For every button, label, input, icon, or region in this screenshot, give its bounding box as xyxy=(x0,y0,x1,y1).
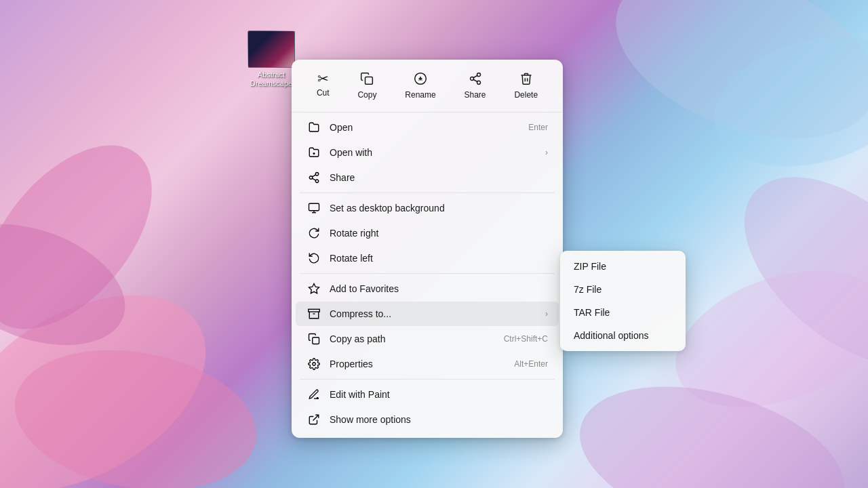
svg-rect-27 xyxy=(309,309,320,312)
svg-text:A: A xyxy=(418,75,422,82)
delete-button[interactable]: Delete xyxy=(506,68,546,104)
context-menu: ✂ Cut Copy A Rename xyxy=(292,60,563,438)
menu-item-add-favorites[interactable]: Add to Favorites xyxy=(296,277,559,301)
menu-item-rotate-left[interactable]: Rotate left xyxy=(296,246,559,270)
submenu-item-additional[interactable]: Additional options xyxy=(564,324,682,347)
rotate-left-icon xyxy=(307,251,321,266)
open-with-icon xyxy=(307,145,321,160)
menu-item-edit-paint[interactable]: Edit with Paint xyxy=(296,382,559,407)
share-button[interactable]: Share xyxy=(456,68,494,104)
icon-thumbnail xyxy=(248,30,295,68)
svg-line-15 xyxy=(473,79,477,81)
share-menu-icon xyxy=(307,170,321,185)
svg-point-12 xyxy=(477,73,480,77)
properties-icon xyxy=(307,357,321,371)
copy-icon xyxy=(360,72,374,87)
menu-item-show-more[interactable]: Show more options xyxy=(296,407,559,432)
open-with-label: Open with xyxy=(330,147,540,158)
properties-label: Properties xyxy=(330,359,514,369)
add-favorites-label: Add to Favorites xyxy=(330,283,548,294)
rotate-right-icon xyxy=(307,226,321,241)
svg-rect-29 xyxy=(313,338,319,344)
menu-item-set-desktop[interactable]: Set as desktop background xyxy=(296,196,559,220)
desktop-icon[interactable]: Abstract Dreamscape xyxy=(244,30,298,88)
show-more-icon xyxy=(307,412,321,427)
star-icon xyxy=(307,281,321,296)
copy-button[interactable]: Copy xyxy=(349,68,384,104)
svg-point-13 xyxy=(470,77,473,81)
share-icon xyxy=(469,72,482,87)
svg-line-21 xyxy=(312,178,315,180)
svg-point-31 xyxy=(317,397,319,399)
menu-item-share[interactable]: Share xyxy=(296,165,559,190)
show-more-label: Show more options xyxy=(330,414,548,425)
svg-point-14 xyxy=(477,81,480,84)
rename-icon: A xyxy=(414,72,427,87)
svg-rect-23 xyxy=(309,203,319,211)
share-label: Share xyxy=(330,172,548,183)
properties-shortcut: Alt+Enter xyxy=(514,359,548,369)
divider-3 xyxy=(300,379,555,380)
rotate-left-label: Rotate left xyxy=(330,253,548,264)
menu-item-compress[interactable]: Compress to... › xyxy=(296,302,559,326)
menu-item-open[interactable]: Open Enter xyxy=(296,115,559,140)
paint-icon xyxy=(307,387,321,402)
cut-button[interactable]: ✂ Cut xyxy=(309,68,338,104)
svg-point-20 xyxy=(315,180,319,183)
svg-rect-9 xyxy=(366,77,373,85)
svg-line-32 xyxy=(313,415,319,420)
svg-point-18 xyxy=(315,173,319,176)
compress-submenu: ZIP File 7z File TAR File Additional opt… xyxy=(560,251,686,351)
submenu-item-7z[interactable]: 7z File xyxy=(564,278,682,301)
copy-path-shortcut: Ctrl+Shift+C xyxy=(504,334,548,344)
open-icon xyxy=(307,120,321,135)
svg-line-22 xyxy=(312,175,315,177)
compress-label: Compress to... xyxy=(330,308,540,319)
compress-icon xyxy=(307,306,321,321)
edit-paint-label: Edit with Paint xyxy=(330,389,548,400)
svg-marker-26 xyxy=(309,284,319,293)
set-desktop-icon xyxy=(307,201,321,216)
delete-icon xyxy=(519,72,533,87)
menu-item-copy-path[interactable]: Copy as path Ctrl+Shift+C xyxy=(296,327,559,351)
set-desktop-label: Set as desktop background xyxy=(330,203,548,214)
icon-label: Abstract Dreamscape xyxy=(244,70,298,88)
compress-arrow: › xyxy=(545,309,548,319)
menu-item-rotate-right[interactable]: Rotate right xyxy=(296,221,559,245)
menu-item-properties[interactable]: Properties Alt+Enter xyxy=(296,352,559,376)
cut-icon: ✂ xyxy=(317,72,329,85)
svg-point-19 xyxy=(309,176,313,180)
rotate-right-label: Rotate right xyxy=(330,228,548,239)
rename-button[interactable]: A Rename xyxy=(397,68,443,104)
svg-point-17 xyxy=(313,152,315,155)
divider-2 xyxy=(300,273,555,274)
context-toolbar: ✂ Cut Copy A Rename xyxy=(292,60,563,113)
divider-1 xyxy=(300,192,555,193)
svg-point-30 xyxy=(313,363,316,366)
submenu-item-tar[interactable]: TAR File xyxy=(564,301,682,324)
open-label: Open xyxy=(330,122,528,133)
submenu-item-zip[interactable]: ZIP File xyxy=(564,255,682,278)
svg-line-16 xyxy=(473,75,477,77)
open-shortcut: Enter xyxy=(528,123,548,132)
menu-item-open-with[interactable]: Open with › xyxy=(296,140,559,165)
copy-path-label: Copy as path xyxy=(330,333,504,344)
copy-path-icon xyxy=(307,331,321,346)
open-with-arrow: › xyxy=(545,148,548,157)
